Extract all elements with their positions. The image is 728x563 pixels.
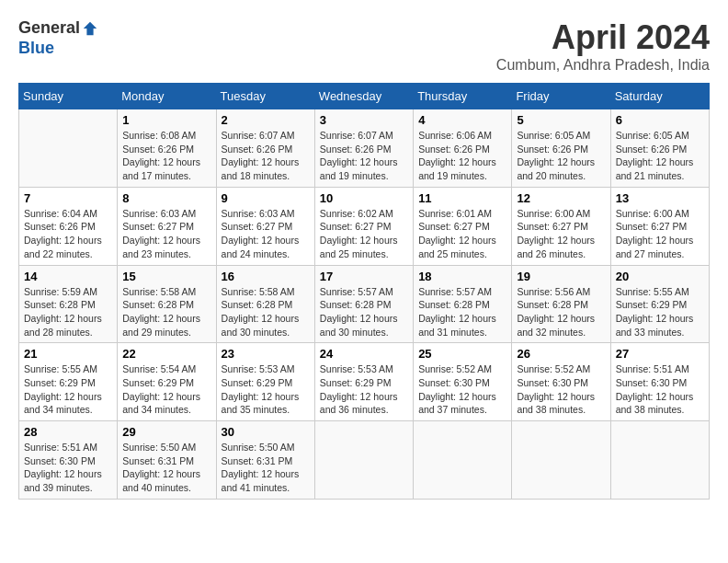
day-info: Sunrise: 5:52 AM Sunset: 6:30 PM Dayligh… (418, 362, 506, 417)
day-info: Sunrise: 5:58 AM Sunset: 6:28 PM Dayligh… (222, 285, 310, 339)
day-info: Sunrise: 6:05 AM Sunset: 6:26 PM Dayligh… (517, 129, 605, 183)
day-info: Sunrise: 5:50 AM Sunset: 6:31 PM Dayligh… (122, 441, 210, 495)
logo-blue: Blue (18, 39, 98, 59)
day-number: 18 (418, 270, 506, 283)
day-info: Sunrise: 5:55 AM Sunset: 6:29 PM Dayligh… (24, 362, 112, 417)
col-header-monday: Monday (118, 84, 216, 109)
calendar-cell-0-2: 2Sunrise: 6:07 AM Sunset: 6:26 PM Daylig… (216, 109, 314, 188)
day-number: 10 (320, 191, 408, 205)
calendar-cell-1-6: 13Sunrise: 6:00 AM Sunset: 6:27 PM Dayli… (610, 187, 709, 265)
calendar-cell-2-1: 15Sunrise: 5:58 AM Sunset: 6:28 PM Dayli… (118, 265, 216, 343)
calendar-cell-4-1: 29Sunrise: 5:50 AM Sunset: 6:31 PM Dayli… (118, 421, 216, 500)
day-info: Sunrise: 6:03 AM Sunset: 6:27 PM Dayligh… (122, 207, 210, 261)
day-info: Sunrise: 6:05 AM Sunset: 6:26 PM Dayligh… (616, 129, 704, 183)
day-number: 17 (320, 270, 408, 283)
day-info: Sunrise: 5:59 AM Sunset: 6:28 PM Dayligh… (24, 285, 112, 339)
calendar-cell-2-6: 20Sunrise: 5:55 AM Sunset: 6:29 PM Dayli… (610, 265, 709, 343)
calendar-table: SundayMondayTuesdayWednesdayThursdayFrid… (18, 83, 710, 500)
calendar-cell-4-0: 28Sunrise: 5:51 AM Sunset: 6:30 PM Dayli… (19, 421, 118, 500)
day-number: 12 (517, 191, 605, 205)
col-header-sunday: Sunday (19, 84, 118, 109)
calendar-cell-2-3: 17Sunrise: 5:57 AM Sunset: 6:28 PM Dayli… (314, 265, 413, 343)
logo-icon (82, 20, 98, 37)
day-number: 21 (24, 347, 112, 361)
day-info: Sunrise: 5:51 AM Sunset: 6:30 PM Dayligh… (616, 362, 704, 417)
day-number: 20 (616, 270, 704, 283)
col-header-thursday: Thursday (414, 84, 512, 109)
day-info: Sunrise: 5:54 AM Sunset: 6:29 PM Dayligh… (122, 362, 210, 417)
calendar-cell-3-2: 23Sunrise: 5:53 AM Sunset: 6:29 PM Dayli… (216, 343, 314, 421)
calendar-cell-0-3: 3Sunrise: 6:07 AM Sunset: 6:26 PM Daylig… (314, 109, 413, 188)
calendar-cell-3-6: 27Sunrise: 5:51 AM Sunset: 6:30 PM Dayli… (610, 343, 709, 421)
day-number: 6 (616, 113, 704, 127)
day-number: 23 (222, 347, 310, 361)
calendar-cell-1-1: 8Sunrise: 6:03 AM Sunset: 6:27 PM Daylig… (118, 187, 216, 265)
calendar-cell-2-4: 18Sunrise: 5:57 AM Sunset: 6:28 PM Dayli… (414, 265, 512, 343)
logo: General Blue (18, 18, 98, 58)
month-title: April 2024 (496, 18, 710, 57)
day-number: 8 (122, 191, 210, 205)
day-number: 19 (517, 270, 605, 283)
day-info: Sunrise: 6:01 AM Sunset: 6:27 PM Dayligh… (418, 207, 506, 261)
day-number: 30 (222, 425, 310, 439)
svg-marker-0 (84, 22, 97, 35)
day-number: 25 (418, 347, 506, 361)
page-header: General Blue April 2024 Cumbum, Andhra P… (18, 18, 710, 74)
day-info: Sunrise: 5:53 AM Sunset: 6:29 PM Dayligh… (320, 362, 408, 417)
day-number: 4 (418, 113, 506, 127)
calendar-cell-3-0: 21Sunrise: 5:55 AM Sunset: 6:29 PM Dayli… (19, 343, 118, 421)
day-info: Sunrise: 6:07 AM Sunset: 6:26 PM Dayligh… (222, 129, 310, 183)
calendar-cell-2-0: 14Sunrise: 5:59 AM Sunset: 6:28 PM Dayli… (19, 265, 118, 343)
location: Cumbum, Andhra Pradesh, India (496, 57, 710, 74)
calendar-cell-4-3 (314, 421, 413, 500)
day-number: 1 (122, 113, 210, 127)
day-info: Sunrise: 5:51 AM Sunset: 6:30 PM Dayligh… (24, 441, 112, 495)
day-info: Sunrise: 6:07 AM Sunset: 6:26 PM Dayligh… (320, 129, 408, 183)
day-info: Sunrise: 6:02 AM Sunset: 6:27 PM Dayligh… (320, 207, 408, 261)
day-number: 26 (517, 347, 605, 361)
day-number: 22 (122, 347, 210, 361)
day-info: Sunrise: 6:03 AM Sunset: 6:27 PM Dayligh… (222, 207, 310, 261)
logo-general: General (18, 18, 80, 39)
col-header-tuesday: Tuesday (216, 84, 314, 109)
day-info: Sunrise: 6:00 AM Sunset: 6:27 PM Dayligh… (517, 207, 605, 261)
title-block: April 2024 Cumbum, Andhra Pradesh, India (496, 18, 710, 74)
calendar-cell-0-1: 1Sunrise: 6:08 AM Sunset: 6:26 PM Daylig… (118, 109, 216, 188)
calendar-cell-3-3: 24Sunrise: 5:53 AM Sunset: 6:29 PM Dayli… (314, 343, 413, 421)
day-number: 7 (24, 191, 112, 205)
day-info: Sunrise: 5:55 AM Sunset: 6:29 PM Dayligh… (616, 285, 704, 339)
day-info: Sunrise: 5:56 AM Sunset: 6:28 PM Dayligh… (517, 285, 605, 339)
col-header-saturday: Saturday (610, 84, 709, 109)
day-number: 15 (122, 270, 210, 283)
day-info: Sunrise: 5:57 AM Sunset: 6:28 PM Dayligh… (418, 285, 506, 339)
calendar-cell-1-5: 12Sunrise: 6:00 AM Sunset: 6:27 PM Dayli… (512, 187, 610, 265)
day-info: Sunrise: 5:52 AM Sunset: 6:30 PM Dayligh… (517, 362, 605, 417)
day-number: 5 (517, 113, 605, 127)
day-number: 13 (616, 191, 704, 205)
calendar-cell-2-2: 16Sunrise: 5:58 AM Sunset: 6:28 PM Dayli… (216, 265, 314, 343)
col-header-friday: Friday (512, 84, 610, 109)
day-info: Sunrise: 6:08 AM Sunset: 6:26 PM Dayligh… (122, 129, 210, 183)
day-info: Sunrise: 5:53 AM Sunset: 6:29 PM Dayligh… (222, 362, 310, 417)
calendar-cell-1-0: 7Sunrise: 6:04 AM Sunset: 6:26 PM Daylig… (19, 187, 118, 265)
calendar-cell-0-4: 4Sunrise: 6:06 AM Sunset: 6:26 PM Daylig… (414, 109, 512, 188)
day-info: Sunrise: 6:04 AM Sunset: 6:26 PM Dayligh… (24, 207, 112, 261)
day-info: Sunrise: 6:06 AM Sunset: 6:26 PM Dayligh… (418, 129, 506, 183)
calendar-cell-4-2: 30Sunrise: 5:50 AM Sunset: 6:31 PM Dayli… (216, 421, 314, 500)
day-number: 27 (616, 347, 704, 361)
day-info: Sunrise: 5:50 AM Sunset: 6:31 PM Dayligh… (222, 441, 310, 495)
day-number: 11 (418, 191, 506, 205)
day-number: 29 (122, 425, 210, 439)
day-info: Sunrise: 5:57 AM Sunset: 6:28 PM Dayligh… (320, 285, 408, 339)
calendar-cell-0-0 (19, 109, 118, 188)
day-number: 16 (222, 270, 310, 283)
calendar-cell-4-5 (512, 421, 610, 500)
calendar-cell-3-4: 25Sunrise: 5:52 AM Sunset: 6:30 PM Dayli… (414, 343, 512, 421)
calendar-cell-0-5: 5Sunrise: 6:05 AM Sunset: 6:26 PM Daylig… (512, 109, 610, 188)
day-info: Sunrise: 6:00 AM Sunset: 6:27 PM Dayligh… (616, 207, 704, 261)
day-number: 2 (222, 113, 310, 127)
calendar-cell-0-6: 6Sunrise: 6:05 AM Sunset: 6:26 PM Daylig… (610, 109, 709, 188)
calendar-cell-3-5: 26Sunrise: 5:52 AM Sunset: 6:30 PM Dayli… (512, 343, 610, 421)
day-number: 14 (24, 270, 112, 283)
calendar-cell-2-5: 19Sunrise: 5:56 AM Sunset: 6:28 PM Dayli… (512, 265, 610, 343)
